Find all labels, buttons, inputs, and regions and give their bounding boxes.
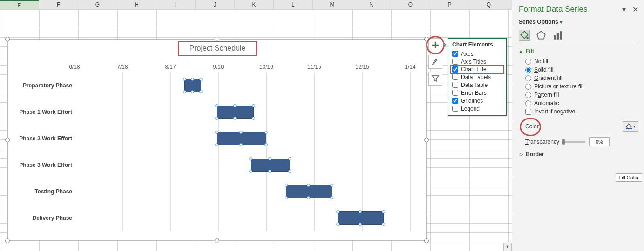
chart-handle[interactable] (424, 138, 429, 142)
column-header-Q[interactable]: Q (469, 0, 508, 9)
data-series[interactable] (64, 72, 419, 231)
bar-handle[interactable] (382, 210, 385, 213)
chart-handle[interactable] (5, 238, 10, 243)
bar-handle[interactable] (264, 131, 268, 134)
bar-handle[interactable] (268, 170, 271, 173)
chart-element-checkbox[interactable] (452, 51, 458, 57)
fill-section-header[interactable]: ▲Fill (519, 48, 638, 54)
bar-handle[interactable] (252, 104, 255, 107)
chart-styles-button[interactable] (428, 55, 442, 69)
bar-handle[interactable] (307, 184, 310, 187)
data-bar[interactable] (184, 79, 201, 92)
no-fill-radio[interactable] (525, 59, 531, 65)
fill-line-tab[interactable] (519, 30, 530, 41)
bar-handle[interactable] (288, 157, 291, 160)
data-bar[interactable] (217, 132, 266, 145)
data-bar[interactable] (251, 159, 290, 172)
bar-handle[interactable] (264, 143, 268, 146)
column-header-I[interactable]: I (156, 0, 196, 9)
bar-handle[interactable] (336, 210, 339, 213)
bar-handle[interactable] (252, 117, 255, 120)
column-header-K[interactable]: K (235, 0, 274, 9)
format-data-series-pane[interactable]: Format Data Series ▾ ✕ Series Options▾ ▲… (512, 0, 644, 251)
solid-fill-radio[interactable] (525, 67, 531, 73)
pane-options-dropdown-icon[interactable]: ▾ (622, 5, 626, 14)
bar-handle[interactable] (183, 78, 186, 81)
bar-handle[interactable] (215, 104, 218, 107)
bar-handle[interactable] (191, 90, 194, 93)
column-header-L[interactable]: L (274, 0, 313, 9)
bar-handle[interactable] (288, 170, 291, 173)
bar-handle[interactable] (359, 210, 362, 213)
chart-element-checkbox[interactable] (452, 82, 458, 88)
chart-title[interactable]: Project Schedule (178, 41, 257, 56)
pane-close-icon[interactable]: ✕ (632, 5, 638, 14)
column-header-O[interactable]: O (391, 0, 430, 9)
bar-handle[interactable] (199, 78, 203, 81)
chart-element-error-bars[interactable]: Error Bars (448, 89, 506, 97)
chart-handle[interactable] (5, 37, 10, 41)
chart-elements-button[interactable] (428, 38, 442, 52)
chart-element-data-labels[interactable]: Data Labels (448, 73, 506, 81)
chart-element-checkbox[interactable] (452, 59, 458, 65)
chart-element-chart-title[interactable]: Chart Title (450, 65, 504, 74)
chart-element-axes[interactable]: Axes (448, 50, 506, 58)
bar-handle[interactable] (233, 104, 237, 107)
picture-fill-radio[interactable] (525, 84, 531, 90)
bar-handle[interactable] (249, 157, 252, 160)
column-header-E[interactable]: E (0, 0, 39, 9)
chart-element-data-table[interactable]: Data Table (448, 81, 506, 89)
scroll-down-button[interactable]: ▼ (503, 243, 512, 251)
column-header-G[interactable]: G (78, 0, 117, 9)
bar-handle[interactable] (215, 143, 218, 146)
chart-element-checkbox[interactable] (452, 74, 458, 80)
bar-handle[interactable] (239, 143, 243, 146)
column-header-J[interactable]: J (196, 0, 235, 9)
column-header-F[interactable]: F (39, 0, 78, 9)
chart-element-legend[interactable]: Legend (448, 105, 506, 112)
bar-handle[interactable] (382, 223, 385, 226)
bar-handle[interactable] (215, 131, 218, 134)
border-section-header[interactable]: ▷Border (519, 147, 638, 158)
bar-handle[interactable] (336, 223, 339, 226)
embedded-chart[interactable]: Project Schedule 6/187/188/179/1610/1611… (7, 39, 427, 241)
bar-handle[interactable] (239, 131, 243, 134)
column-header-N[interactable]: N (352, 0, 391, 9)
chart-handle[interactable] (215, 238, 219, 243)
data-bar[interactable] (286, 185, 332, 198)
invert-negative-checkbox[interactable] (525, 109, 531, 115)
bar-handle[interactable] (330, 184, 333, 187)
bar-handle[interactable] (199, 90, 203, 93)
bar-handle[interactable] (215, 117, 218, 120)
bar-handle[interactable] (330, 196, 333, 199)
chart-element-checkbox[interactable] (452, 66, 458, 73)
data-bar[interactable] (217, 106, 254, 119)
effects-tab[interactable] (536, 30, 547, 41)
bar-handle[interactable] (249, 170, 252, 173)
chart-filters-button[interactable] (428, 72, 442, 86)
bar-handle[interactable] (183, 90, 186, 93)
worksheet-grid[interactable]: EFGHIJKLMNOPQ ▲ ▼ Project Schedule 6/187… (0, 0, 512, 251)
chart-element-checkbox[interactable] (452, 90, 458, 96)
pattern-fill-radio[interactable] (525, 92, 531, 98)
chart-element-checkbox[interactable] (452, 98, 458, 104)
data-bar[interactable] (338, 211, 384, 225)
chart-element-gridlines[interactable]: Gridlines (448, 97, 506, 105)
bar-handle[interactable] (268, 157, 271, 160)
transparency-input[interactable]: 0% (589, 137, 610, 146)
series-options-dropdown[interactable]: Series Options▾ (519, 19, 638, 25)
column-header-M[interactable]: M (313, 0, 352, 9)
bar-handle[interactable] (359, 223, 362, 226)
bar-handle[interactable] (285, 184, 288, 187)
chart-elements-flyout[interactable]: Chart Elements AxesAxis TitlesChart Titl… (448, 38, 507, 116)
column-header-H[interactable]: H (117, 0, 156, 9)
bar-handle[interactable] (307, 196, 310, 199)
bar-handle[interactable] (285, 196, 288, 199)
column-header-P[interactable]: P (430, 0, 469, 9)
gradient-fill-radio[interactable] (525, 75, 531, 81)
transparency-slider[interactable] (563, 141, 585, 143)
bar-handle[interactable] (191, 78, 194, 81)
series-options-tab[interactable] (552, 30, 563, 41)
automatic-radio[interactable] (525, 100, 531, 106)
chart-handle[interactable] (424, 238, 429, 243)
